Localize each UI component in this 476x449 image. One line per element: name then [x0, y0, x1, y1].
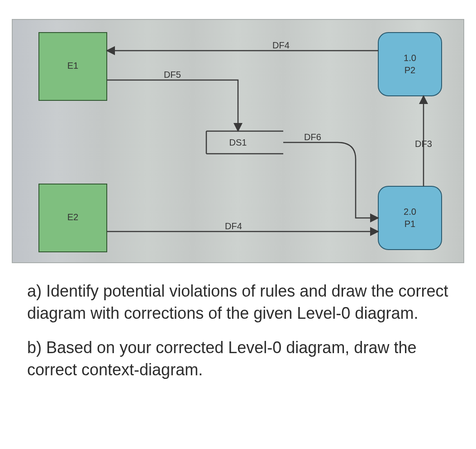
process-p2-name: P2 [405, 65, 415, 75]
process-p2-number: 1.0 [404, 53, 416, 63]
question-b: b) Based on your corrected Level-0 diagr… [27, 337, 452, 381]
entity-e2-label: E2 [67, 212, 78, 222]
dfd-svg: E1 E2 1.0 P2 2.0 P1 DS1 DF4 DF5 [12, 19, 464, 263]
entity-e1-label: E1 [67, 61, 78, 71]
page-root: E1 E2 1.0 P2 2.0 P1 DS1 DF4 DF5 [0, 0, 476, 449]
question-block: a) Identify potential violations of rule… [27, 280, 452, 393]
datastore-ds1-label: DS1 [229, 137, 247, 147]
flow-df5 [107, 80, 238, 131]
flow-df6 [283, 142, 378, 218]
flow-df3-label: DF3 [415, 139, 432, 149]
question-a: a) Identify potential violations of rule… [27, 280, 452, 324]
dfd-level0-diagram: E1 E2 1.0 P2 2.0 P1 DS1 DF4 DF5 [12, 19, 464, 263]
process-p1-number: 2.0 [404, 207, 416, 217]
process-p1-name: P1 [405, 219, 415, 229]
flow-df5-label: DF5 [164, 70, 181, 80]
flow-df4-bottom-label: DF4 [225, 221, 242, 231]
flow-df6-label: DF6 [304, 132, 321, 142]
flow-df4-top-label: DF4 [272, 40, 290, 50]
process-p1 [378, 186, 442, 250]
process-p2 [378, 33, 442, 96]
